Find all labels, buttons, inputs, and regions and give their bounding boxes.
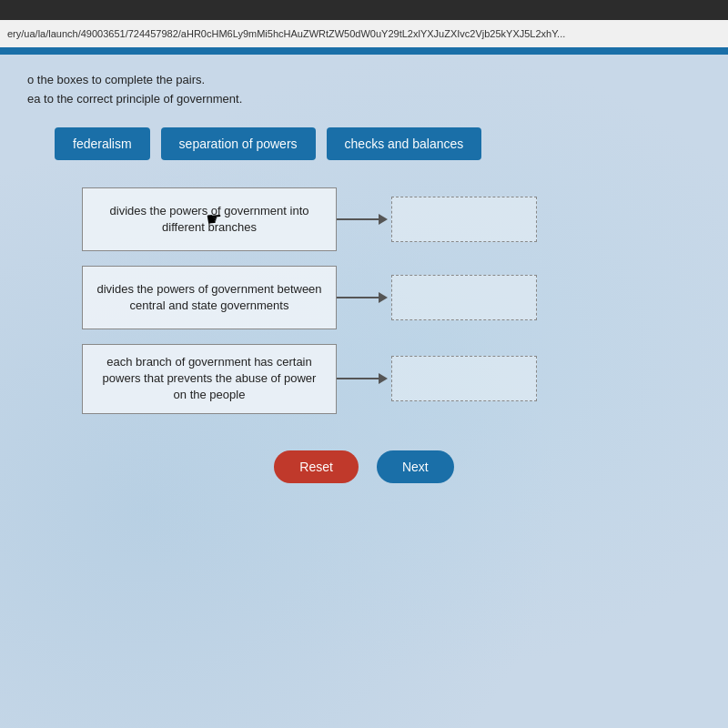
reset-button[interactable]: Reset bbox=[274, 450, 359, 483]
arrow-1 bbox=[337, 214, 391, 225]
top-bar bbox=[0, 0, 728, 20]
definition-box-3: each branch of government has certain po… bbox=[82, 344, 337, 414]
federalism-button[interactable]: federalism bbox=[55, 127, 150, 160]
blue-stripe bbox=[0, 47, 728, 55]
arrow-head-3 bbox=[379, 373, 388, 384]
pair-row-3: each branch of government has certain po… bbox=[82, 344, 701, 414]
arrow-line-1 bbox=[337, 218, 379, 220]
separation-of-powers-button[interactable]: separation of powers bbox=[161, 127, 316, 160]
pair-row-1: divides the powers of government into di… bbox=[82, 187, 701, 251]
pairs-container: divides the powers of government into di… bbox=[27, 187, 701, 414]
answer-box-3[interactable] bbox=[391, 356, 537, 401]
arrow-line-2 bbox=[337, 297, 379, 298]
pair-row-2: divides the powers of government between… bbox=[82, 266, 701, 329]
concept-buttons-row: federalism separation of powers checks a… bbox=[27, 127, 701, 160]
next-button[interactable]: Next bbox=[377, 450, 454, 483]
arrow-line-3 bbox=[337, 378, 379, 379]
url-text: ery/ua/la/launch/49003651/724457982/aHR0… bbox=[7, 28, 565, 39]
bottom-buttons: Reset Next bbox=[27, 450, 701, 483]
checks-and-balances-button[interactable]: checks and balances bbox=[327, 127, 482, 160]
definition-box-1: divides the powers of government into di… bbox=[82, 187, 337, 251]
definition-box-2: divides the powers of government between… bbox=[82, 266, 337, 329]
arrow-head-2 bbox=[379, 292, 388, 303]
answer-box-1[interactable] bbox=[391, 197, 537, 242]
answer-box-2[interactable] bbox=[391, 275, 537, 320]
arrow-2 bbox=[337, 292, 391, 303]
arrow-head-1 bbox=[379, 214, 388, 225]
instruction-line-1: o the boxes to complete the pairs. bbox=[27, 73, 701, 86]
instruction-line-2: ea to the correct principle of governmen… bbox=[27, 92, 701, 106]
url-bar: ery/ua/la/launch/49003651/724457982/aHR0… bbox=[0, 20, 728, 47]
arrow-3 bbox=[337, 373, 391, 384]
content-area: o the boxes to complete the pairs. ea to… bbox=[0, 55, 728, 501]
